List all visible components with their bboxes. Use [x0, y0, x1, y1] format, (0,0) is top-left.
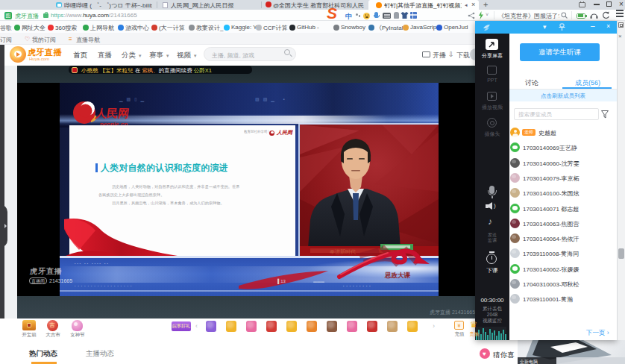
svg-text:人民网: 人民网 [94, 107, 130, 119]
